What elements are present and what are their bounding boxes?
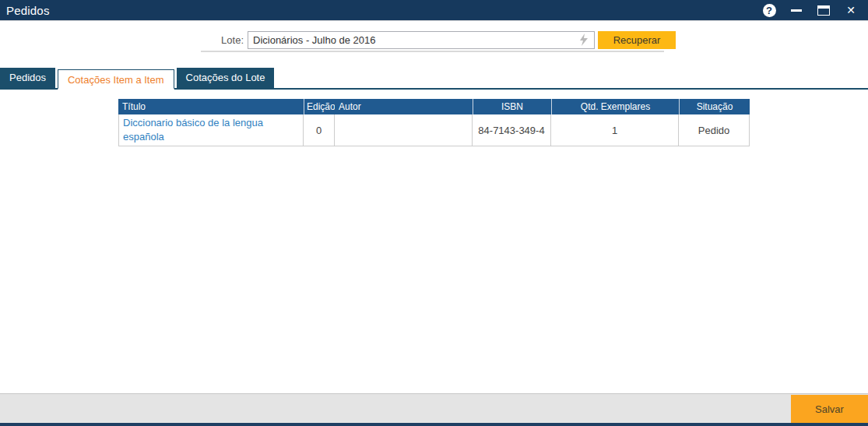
help-icon: ?: [763, 4, 776, 17]
cotacoes-table: Título Edição Autor ISBN Qtd. Exemplares…: [118, 99, 750, 146]
close-button[interactable]: ✕: [843, 2, 859, 18]
cell-titulo: Diccionario básico de la lengua española: [118, 114, 304, 146]
cell-autor: [335, 114, 473, 146]
titulo-link[interactable]: Diccionario básico de la lengua española: [119, 114, 303, 146]
lote-input[interactable]: [248, 31, 595, 49]
tab-cotacoes-item-a-item[interactable]: Cotações Item a Item: [58, 69, 174, 90]
table-row: Diccionario básico de la lengua española…: [118, 114, 750, 146]
lote-separator: [201, 51, 664, 52]
restore-icon: [817, 5, 830, 16]
window-controls: ? ✕: [761, 2, 868, 18]
column-header-autor: Autor: [335, 99, 473, 114]
cell-edicao: 0: [304, 114, 335, 146]
titlebar: Pedidos ? ✕: [0, 0, 868, 21]
column-header-situacao: Situação: [679, 99, 750, 114]
cell-qtd-exemplares: 1: [551, 114, 679, 146]
footer-bar: [0, 393, 868, 423]
column-header-titulo: Título: [118, 99, 304, 114]
tab-cotacoes-do-lote[interactable]: Cotações do Lote: [177, 68, 275, 88]
salvar-button[interactable]: Salvar: [791, 395, 868, 423]
close-icon: ✕: [846, 5, 856, 16]
help-button[interactable]: ?: [761, 2, 777, 18]
cell-situacao: Pedido: [679, 114, 750, 146]
cell-isbn: 84-7143-349-4: [473, 114, 551, 146]
column-header-edicao: Edição: [304, 99, 335, 114]
restore-button[interactable]: [816, 2, 831, 18]
column-header-qtd-exemplares: Qtd. Exemplares: [551, 99, 679, 114]
tab-pedidos[interactable]: Pedidos: [0, 68, 55, 88]
window-bottom-border: [0, 423, 868, 426]
table-header-row: Título Edição Autor ISBN Qtd. Exemplares…: [118, 99, 750, 114]
minimize-button[interactable]: [789, 2, 804, 18]
column-header-isbn: ISBN: [473, 99, 551, 114]
minimize-icon: [791, 9, 802, 12]
window-title: Pedidos: [0, 4, 50, 17]
recuperar-button[interactable]: Recuperar: [598, 31, 676, 49]
lote-label: Lote:: [181, 34, 244, 46]
tabbar: Pedidos Cotações Item a Item Cotações do…: [0, 68, 868, 90]
